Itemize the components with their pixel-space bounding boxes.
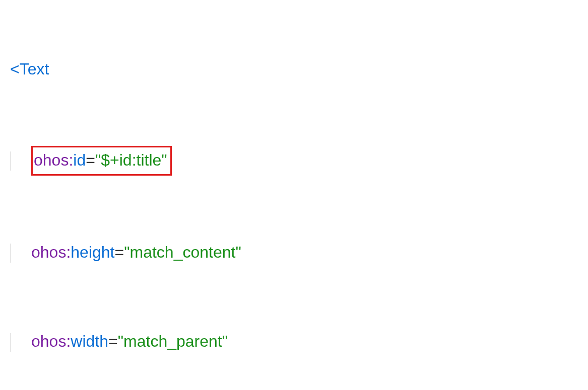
attr-name: height (71, 243, 114, 261)
code-line: ohos:height="match_content" (10, 240, 578, 265)
attr-equals: = (108, 332, 118, 350)
attr-equals: = (86, 151, 95, 169)
attr-namespace: ohos: (34, 151, 73, 169)
attr-namespace: ohos: (31, 243, 71, 261)
code-line: <Text (10, 56, 578, 82)
attr-value: "match_content" (124, 243, 241, 261)
attr-value: "match_parent" (118, 332, 228, 350)
open-bracket: < (10, 60, 20, 78)
attr-equals: = (114, 243, 124, 261)
code-line: ohos:id="$+id:title" (10, 146, 578, 176)
code-block: <Text ohos:id="$+id:title" ohos:height="… (0, 0, 588, 390)
attr-namespace: ohos: (31, 332, 71, 350)
attr-name: width (71, 332, 108, 350)
tag-name: Text (20, 60, 49, 78)
attr-name: id (73, 151, 86, 169)
code-line: ohos:width="match_parent" (10, 329, 578, 354)
highlight-box: ohos:id="$+id:title" (31, 146, 172, 176)
attr-value: "$+id:title" (95, 151, 167, 169)
